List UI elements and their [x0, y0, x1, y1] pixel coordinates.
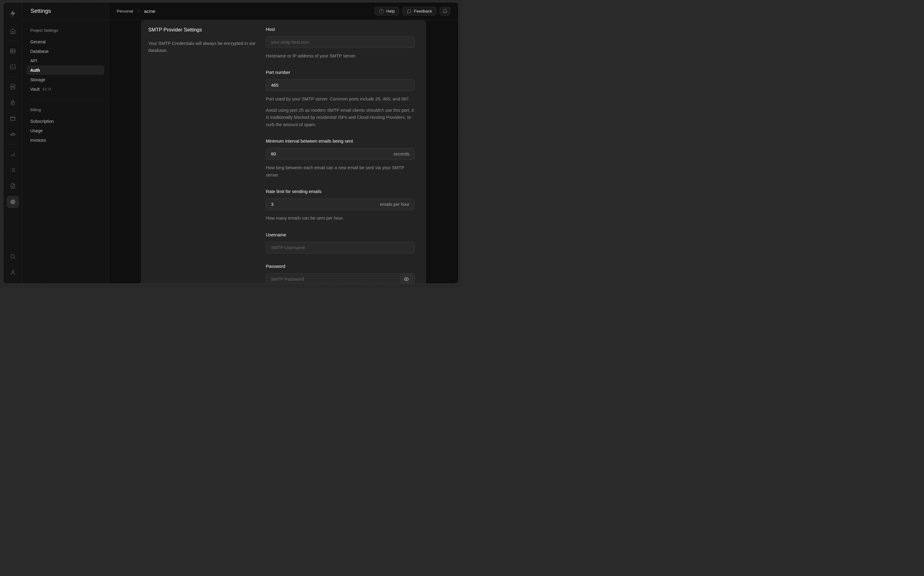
divider — [8, 41, 18, 41]
sidebar-item-api[interactable]: API — [27, 56, 104, 66]
sidebar-item-storage[interactable]: Storage — [27, 75, 104, 84]
sql-editor-icon[interactable] — [7, 61, 19, 73]
panel-title: SMTP Provider Settings — [148, 27, 258, 33]
interval-input[interactable] — [271, 149, 390, 159]
home-icon[interactable] — [7, 25, 19, 37]
password-input-shell — [266, 274, 415, 283]
interval-field-group: Minimum interval between emails being se… — [266, 139, 415, 179]
port-field-group: Port number Port used by your SMTP serve… — [266, 70, 415, 128]
eye-icon — [404, 277, 409, 282]
reveal-password-button[interactable] — [400, 275, 413, 283]
section-header-billing: Billing — [27, 107, 104, 112]
topbar-actions: ? Help Feedback — [375, 7, 450, 16]
smtp-form: Host Hostname or IP address of your SMTP… — [266, 27, 415, 283]
database-icon[interactable] — [7, 81, 19, 93]
username-input[interactable] — [271, 242, 413, 253]
search-icon[interactable] — [7, 250, 19, 262]
smtp-settings-panel: SMTP Provider Settings Your SMTP Credent… — [141, 20, 426, 283]
content-area: SMTP Provider Settings Your SMTP Credent… — [109, 20, 458, 283]
desktop-background: Settings Project Settings General Databa… — [0, 0, 462, 288]
main-area: Personal / acme ? Help Feedback — [109, 2, 458, 283]
password-label: Password — [266, 264, 415, 269]
beta-badge: BETA — [42, 87, 52, 91]
panel-description: Your SMTP Credentials will always be enc… — [148, 40, 256, 54]
breadcrumb-project[interactable]: acme — [144, 8, 155, 14]
breadcrumb-org[interactable]: Personal — [117, 9, 133, 13]
rate-limit-input[interactable] — [271, 199, 376, 210]
breadcrumb: Personal / acme — [117, 8, 155, 14]
reports-icon[interactable] — [7, 148, 19, 160]
sidebar-item-vault[interactable]: Vault BETA — [27, 84, 104, 94]
sidebar-item-invoices[interactable]: Invoices — [27, 135, 104, 145]
sidebar-header: Settings — [22, 2, 109, 20]
host-input[interactable] — [271, 37, 413, 48]
rate-limit-field-group: Rate limit for sending emails emails per… — [266, 189, 415, 222]
storage-icon[interactable] — [7, 112, 19, 125]
host-label: Host — [266, 27, 415, 32]
page-title: Settings — [30, 8, 51, 14]
rail-bottom — [7, 249, 19, 280]
edge-functions-icon[interactable] — [7, 128, 19, 141]
divider — [8, 77, 18, 77]
port-help-2: Avoid using port 25 as modern SMTP email… — [266, 107, 415, 128]
profile-icon[interactable] — [7, 266, 19, 278]
section-header-project-settings: Project Settings — [27, 28, 104, 33]
settings-icon[interactable] — [7, 196, 19, 208]
username-input-shell — [266, 242, 415, 253]
panel-intro: SMTP Provider Settings Your SMTP Credent… — [148, 27, 258, 54]
sidebar-item-auth[interactable]: Auth — [27, 66, 104, 75]
settings-nav: Project Settings General Database API Au… — [22, 20, 109, 145]
host-field-group: Host Hostname or IP address of your SMTP… — [266, 27, 415, 59]
port-help-1: Port used by your SMTP server. Common po… — [266, 96, 415, 102]
topbar: Personal / acme ? Help Feedback — [109, 2, 458, 20]
supabase-logo[interactable] — [7, 7, 19, 19]
logs-icon[interactable] — [7, 164, 19, 176]
rate-limit-input-shell: emails per hour — [266, 198, 415, 210]
app-window: Settings Project Settings General Databa… — [3, 2, 459, 284]
breadcrumb-separator: / — [138, 8, 139, 14]
docs-icon[interactable] — [7, 180, 19, 192]
username-label: Username — [266, 232, 415, 237]
port-label: Port number — [266, 70, 415, 75]
help-button[interactable]: ? Help — [375, 7, 399, 16]
interval-input-shell: seconds — [266, 148, 415, 160]
password-field-group: Password — [266, 264, 415, 283]
divider — [8, 144, 18, 144]
sidebar-item-database[interactable]: Database — [27, 46, 104, 56]
host-input-shell — [266, 36, 415, 48]
feedback-button[interactable]: Feedback — [402, 7, 436, 16]
port-input[interactable] — [271, 80, 413, 91]
host-help: Hostname or IP address of your SMTP serv… — [266, 53, 415, 59]
rate-limit-unit: emails per hour — [376, 202, 413, 207]
sidebar-item-usage[interactable]: Usage — [27, 126, 104, 135]
sidebar-item-general[interactable]: General — [27, 37, 104, 46]
rate-limit-label: Rate limit for sending emails — [266, 189, 415, 194]
interval-help: How long between each email can a new em… — [266, 164, 415, 179]
chat-bubble-icon — [407, 9, 412, 14]
question-icon: ? — [379, 9, 384, 14]
auth-icon[interactable] — [7, 96, 19, 109]
interval-label: Minimum interval between emails being se… — [266, 139, 415, 144]
sidebar-item-subscription[interactable]: Subscription — [27, 116, 104, 126]
notifications-button[interactable] — [440, 7, 450, 16]
table-editor-icon[interactable] — [7, 45, 19, 57]
divider — [30, 100, 105, 100]
settings-sidebar: Settings Project Settings General Databa… — [22, 2, 109, 283]
port-input-shell — [266, 79, 415, 91]
icon-rail — [3, 2, 22, 283]
rate-limit-help: How many emails can be sent per hour. — [266, 215, 415, 222]
password-input[interactable] — [271, 274, 400, 283]
username-field-group: Username — [266, 232, 415, 253]
interval-unit: seconds — [390, 152, 413, 156]
bell-icon — [442, 8, 448, 14]
